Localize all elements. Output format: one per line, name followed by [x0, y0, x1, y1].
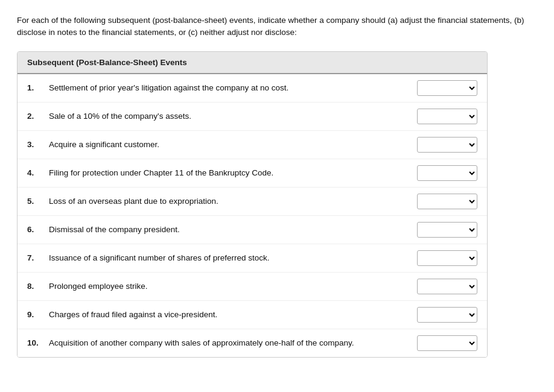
row-number: 5.: [27, 197, 49, 206]
row-select-2[interactable]: (a) Adjust(b) Disclose(c) Neither: [417, 109, 477, 124]
table-row: 1.Settlement of prior year's litigation …: [18, 74, 487, 103]
row-text: Dismissal of the company president.: [49, 225, 417, 234]
row-select-6[interactable]: (a) Adjust(b) Disclose(c) Neither: [417, 222, 477, 238]
row-number: 7.: [27, 253, 49, 262]
row-select-5[interactable]: (a) Adjust(b) Disclose(c) Neither: [417, 194, 477, 209]
row-select-8[interactable]: (a) Adjust(b) Disclose(c) Neither: [417, 279, 477, 294]
row-select-4[interactable]: (a) Adjust(b) Disclose(c) Neither: [417, 165, 477, 181]
table-row: 7.Issuance of a significant number of sh…: [18, 244, 487, 273]
row-select-7[interactable]: (a) Adjust(b) Disclose(c) Neither: [417, 250, 477, 266]
table-header: Subsequent (Post-Balance-Sheet) Events: [18, 52, 487, 74]
row-text: Sale of a 10% of the company's assets.: [49, 112, 417, 121]
table-row: 9.Charges of fraud filed against a vice-…: [18, 301, 487, 329]
table-row: 3.Acquire a significant customer.(a) Adj…: [18, 131, 487, 159]
row-number: 2.: [27, 112, 49, 121]
row-select-9[interactable]: (a) Adjust(b) Disclose(c) Neither: [417, 307, 477, 323]
table-row: 5.Loss of an overseas plant due to expro…: [18, 188, 487, 216]
row-number: 3.: [27, 140, 49, 149]
row-number: 4.: [27, 168, 49, 177]
row-text: Prolonged employee strike.: [49, 282, 417, 291]
row-text: Filing for protection under Chapter 11 o…: [49, 168, 417, 177]
row-text: Issuance of a significant number of shar…: [49, 253, 417, 262]
table-row: 10.Acquisition of another company with s…: [18, 329, 487, 357]
table-row: 2.Sale of a 10% of the company's assets.…: [18, 103, 487, 131]
events-table: Subsequent (Post-Balance-Sheet) Events 1…: [17, 51, 488, 358]
row-text: Acquire a significant customer.: [49, 140, 417, 149]
intro-text: For each of the following subsequent (po…: [17, 14, 537, 39]
row-text: Loss of an overseas plant due to expropr…: [49, 197, 417, 206]
row-text: Acquisition of another company with sale…: [49, 338, 417, 347]
row-text: Charges of fraud filed against a vice-pr…: [49, 310, 417, 319]
row-number: 9.: [27, 310, 49, 319]
table-row: 4.Filing for protection under Chapter 11…: [18, 159, 487, 188]
row-number: 10.: [27, 338, 49, 347]
row-number: 8.: [27, 282, 49, 291]
table-row: 6.Dismissal of the company president.(a)…: [18, 216, 487, 244]
row-select-3[interactable]: (a) Adjust(b) Disclose(c) Neither: [417, 137, 477, 153]
table-body: 1.Settlement of prior year's litigation …: [18, 74, 487, 357]
row-number: 1.: [27, 83, 49, 92]
row-number: 6.: [27, 225, 49, 234]
row-text: Settlement of prior year's litigation ag…: [49, 83, 417, 92]
row-select-1[interactable]: (a) Adjust(b) Disclose(c) Neither: [417, 80, 477, 96]
table-row: 8.Prolonged employee strike.(a) Adjust(b…: [18, 273, 487, 301]
row-select-10[interactable]: (a) Adjust(b) Disclose(c) Neither: [417, 335, 477, 351]
